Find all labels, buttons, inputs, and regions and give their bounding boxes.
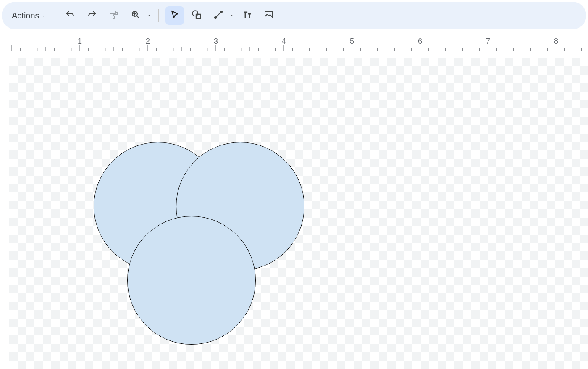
select-tool-button[interactable] (165, 6, 184, 25)
ruler-label: 8 (554, 37, 558, 46)
line-tool-button[interactable] (209, 6, 228, 25)
canvas-area[interactable] (0, 51, 588, 369)
shape-icon (191, 9, 202, 22)
shape-tool-button[interactable] (187, 6, 206, 25)
undo-icon (65, 10, 75, 21)
svg-rect-7 (196, 14, 201, 19)
zoom-button[interactable] (126, 6, 145, 25)
svg-rect-0 (110, 11, 116, 13)
paint-format-button[interactable] (105, 6, 123, 25)
actions-menu-label: Actions (12, 11, 39, 21)
line-icon (213, 10, 223, 21)
caret-down-icon (41, 11, 46, 21)
zoom-dropdown-button[interactable] (145, 12, 153, 19)
line-dropdown-button[interactable] (228, 12, 236, 19)
shapes-layer (0, 51, 588, 369)
ruler-label: 6 (418, 37, 422, 46)
toolbar-separator (54, 9, 54, 22)
cursor-icon (170, 10, 180, 21)
ruler-label: 4 (282, 37, 286, 46)
image-tool-button[interactable] (260, 6, 278, 25)
caret-down-icon (229, 12, 234, 19)
svg-point-10 (220, 11, 222, 13)
image-icon (264, 10, 274, 21)
undo-button[interactable] (61, 6, 79, 25)
zoom-button-group (125, 6, 153, 25)
main-toolbar: Actions (2, 2, 586, 29)
svg-point-9 (215, 17, 216, 18)
line-tool-group (207, 6, 236, 25)
ruler-label: 2 (146, 37, 150, 46)
paint-roller-icon (109, 10, 119, 21)
text-icon (242, 9, 252, 22)
redo-button[interactable] (83, 6, 101, 25)
canvas-ellipse[interactable] (127, 216, 256, 345)
ruler-label: 3 (214, 37, 218, 46)
svg-line-3 (137, 16, 139, 18)
textbox-tool-button[interactable] (238, 6, 256, 25)
ruler-label: 5 (350, 37, 354, 46)
svg-point-6 (192, 11, 198, 16)
redo-icon (87, 10, 97, 21)
actions-menu-button[interactable]: Actions (9, 8, 49, 23)
ruler-label: 7 (486, 37, 490, 46)
svg-rect-1 (113, 16, 115, 18)
caret-down-icon (147, 12, 152, 19)
horizontal-ruler: 12345678 (0, 37, 588, 51)
toolbar-separator (158, 9, 159, 22)
zoom-icon (131, 10, 141, 21)
ruler-label: 1 (78, 37, 82, 46)
